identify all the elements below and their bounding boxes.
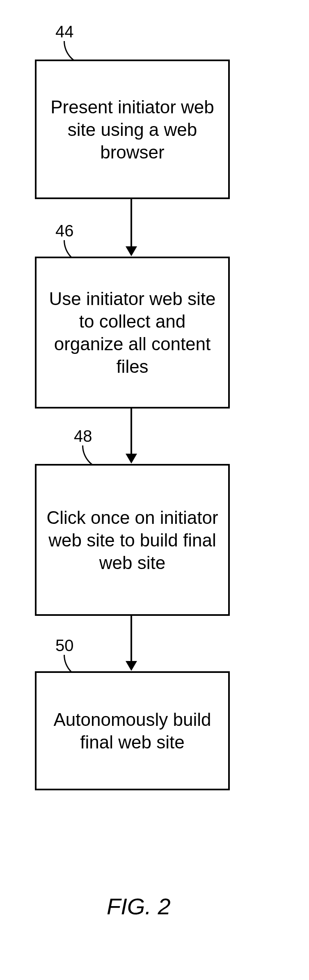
arrow-46-48-head	[126, 454, 137, 464]
ref-label-48: 48	[74, 427, 92, 445]
flow-box-50: Autonomously build final web site	[35, 671, 230, 790]
arrow-46-48-stem	[130, 409, 132, 456]
arrow-48-50-head	[126, 661, 137, 671]
ref-label-50: 50	[55, 636, 74, 655]
flowchart-canvas: 44 Present initiator web site using a we…	[0, 0, 309, 980]
flow-box-48: Click once on initiator web site to buil…	[35, 464, 230, 616]
flow-box-50-text: Autonomously build final web site	[45, 708, 220, 753]
ref-label-44: 44	[55, 23, 74, 41]
figure-caption: FIG. 2	[107, 893, 171, 920]
flow-box-46: Use initiator web site to collect and or…	[35, 257, 230, 409]
arrow-48-50-stem	[130, 616, 132, 663]
arrow-44-46-stem	[130, 199, 132, 248]
flow-box-48-text: Click once on initiator web site to buil…	[45, 506, 220, 574]
arrow-44-46-head	[126, 246, 137, 256]
flow-box-44-text: Present initiator web site using a web b…	[45, 96, 220, 163]
flow-box-46-text: Use initiator web site to collect and or…	[45, 287, 220, 378]
flow-box-44: Present initiator web site using a web b…	[35, 60, 230, 199]
ref-label-46: 46	[55, 222, 74, 240]
